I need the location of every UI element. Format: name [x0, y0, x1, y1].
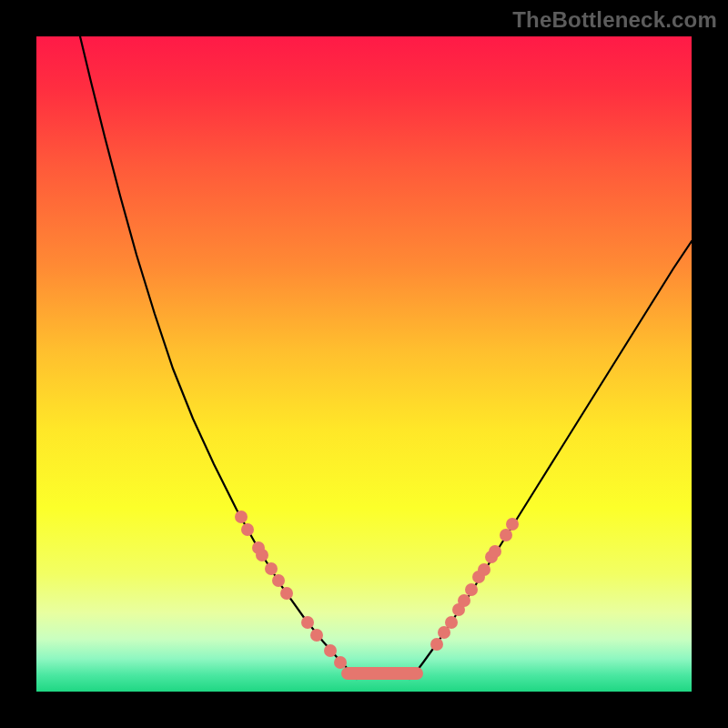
highlight-dot — [324, 644, 337, 657]
highlight-dot — [334, 656, 347, 669]
plot-area — [36, 36, 692, 692]
highlight-dot — [235, 511, 248, 523]
highlight-dot — [445, 616, 458, 629]
highlight-dot — [241, 523, 254, 536]
highlight-dot — [301, 616, 314, 629]
highlight-dots — [235, 511, 519, 669]
highlight-dot — [465, 583, 478, 596]
curve-layer — [36, 36, 692, 692]
highlight-dot — [506, 518, 519, 531]
highlight-dot — [265, 562, 278, 575]
left-curve — [80, 36, 357, 679]
highlight-dot — [500, 529, 512, 541]
highlight-dot — [280, 587, 293, 600]
highlight-dot — [256, 549, 268, 561]
highlight-dot — [458, 594, 470, 607]
highlight-dot — [272, 574, 285, 587]
watermark-text: TheBottleneck.com — [512, 7, 717, 33]
highlight-dot — [430, 638, 443, 651]
chart-frame: TheBottleneck.com — [0, 0, 728, 728]
highlight-dot — [489, 545, 501, 558]
highlight-dot — [478, 563, 490, 576]
right-curve — [410, 241, 692, 679]
highlight-dot — [310, 629, 323, 642]
